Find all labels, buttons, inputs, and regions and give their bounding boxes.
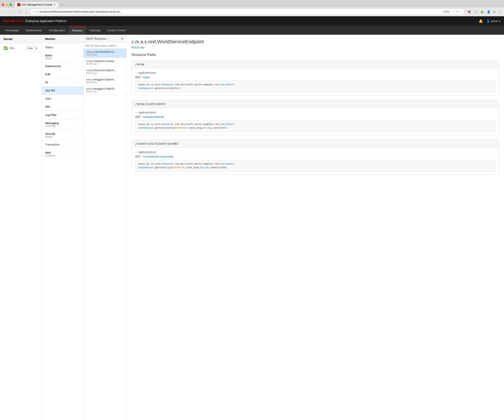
brand-rest: Enterprise Application Platform (25, 19, 66, 23)
user-menu[interactable]: 👤 admin ▾ (486, 19, 501, 23)
browser-tab[interactable]: H HAL Management Console ✕ (15, 2, 59, 7)
close-traffic-light[interactable] (2, 3, 4, 6)
arrow-label-continent: ← application/json (135, 111, 495, 114)
monitor-item-jpa-label: JPA (45, 105, 50, 108)
code-text-countrycode-2: iceEndpoint.getCountry(@PathParam java.l… (138, 166, 227, 169)
resource-path-area-header: /area (132, 60, 499, 68)
reader-mode-icon[interactable]: 📰 (473, 10, 479, 14)
rest-item-4[interactable]: o.m.o.swaggerui.StaticR... ROOT.war (84, 85, 126, 95)
chevron-right-icon: › (79, 106, 80, 108)
filter-bar (84, 43, 126, 49)
monitor-item-messaging-sub: ActiveMQ (45, 125, 59, 127)
monitor-sidebar: Monitor Status Batch JBeret › Datasource… (42, 35, 84, 420)
monitor-item-jpa[interactable]: JPA › (42, 103, 83, 111)
rest-item-war-4: ROOT.war (86, 90, 124, 93)
server-name: 05b... (9, 47, 24, 50)
monitor-item-messaging[interactable]: Messaging ActiveMQ › (42, 119, 83, 130)
resource-paths-heading: Resource Paths (132, 53, 499, 57)
resource-path-area: /area ← application/json GET //area java… (132, 60, 499, 96)
brand-jboss: JBoss (16, 19, 25, 23)
maximize-traffic-light[interactable] (9, 3, 12, 6)
nav-item-deployments[interactable]: Deployments (22, 26, 45, 35)
get-link-continent[interactable]: //area/{continent} (143, 115, 163, 119)
address-bar[interactable]: 🛡 ⊘ localhost:9990/console/index.html#ru… (30, 9, 465, 15)
rest-item-war-2: ROOT.war (86, 72, 124, 74)
get-link-area[interactable]: //area (143, 76, 150, 79)
back-button[interactable]: ← (3, 9, 8, 14)
monitor-header: Monitor (42, 35, 83, 43)
nav-item-access-control[interactable]: Access Control (104, 26, 129, 35)
favicon: H (17, 3, 20, 6)
nav-item-configuration[interactable]: Configuration (45, 26, 69, 35)
get-link-countrycode[interactable]: //countries/{countrycode} (143, 155, 173, 158)
bookmark-icon[interactable]: ☆ (460, 10, 462, 13)
monitor-item-transaction-label: Transaction (45, 143, 60, 146)
resource-path-countrycode-header: /countries/{countrycode} (132, 140, 499, 148)
notification-bell-icon[interactable]: 🔔 (479, 19, 483, 23)
monitor-item-web[interactable]: Web Undertow › (42, 149, 83, 159)
monitor-item-batch-label: Batch (45, 54, 52, 57)
library-icon[interactable]: 📚 (467, 10, 472, 14)
rest-item-name-0: c.m.a.s.rest.WorldServic... (86, 50, 124, 53)
rest-item-0[interactable]: c.m.a.s.rest.WorldServic... ROOT.war (84, 49, 126, 58)
monitor-item-transaction[interactable]: Transaction (42, 141, 83, 149)
detail-war-link[interactable]: ROOT.war (132, 46, 145, 49)
get-keyword-continent: GET (135, 115, 141, 119)
resource-path-countrycode: /countries/{countrycode} ← application/j… (132, 139, 499, 175)
monitor-item-status-label: Status (45, 46, 53, 49)
monitor-item-datasources-label: Datasources (45, 65, 61, 68)
chevron-right-icon: › (79, 123, 80, 126)
monitor-item-logfiles[interactable]: Log Files › (42, 111, 83, 119)
more-options-icon[interactable]: ··· (452, 10, 455, 13)
chevron-right-icon: › (79, 114, 80, 116)
chevron-right-icon: › (79, 73, 80, 76)
forward-button[interactable]: → (10, 9, 15, 14)
view-button[interactable]: View (26, 46, 35, 50)
monitor-item-jaxrs[interactable]: JAX-RS › (42, 87, 83, 95)
monitor-item-ejb[interactable]: EJB › (42, 70, 83, 78)
monitor-item-datasources[interactable]: Datasources › (42, 62, 83, 70)
new-tab-button[interactable]: + (59, 2, 65, 7)
rest-item-2[interactable]: i.s.v.j.i.resources.OpenA... ROOT.war (84, 67, 126, 76)
monitor-item-jndi[interactable]: JNDI (42, 95, 83, 103)
lock-icon: 🛡 (33, 11, 35, 13)
monitor-item-io-label: IO (45, 81, 48, 84)
tab-close-button[interactable]: ✕ (54, 3, 56, 6)
nav-item-homepage[interactable]: Homepage (2, 26, 22, 35)
monitor-item-batch[interactable]: Batch JBeret › (42, 51, 83, 62)
rest-item-name-1: i.s.v.j.i.resources.Accept... (86, 60, 124, 63)
reload-button[interactable]: ↻ (17, 9, 22, 14)
main-layout: Server ✅ 05b... View ▾ Monitor Status Ba… (0, 35, 504, 420)
resource-path-area-body: ← application/json GET //area javax.ws.r… (132, 68, 499, 95)
get-keyword: GET (135, 76, 141, 79)
extensions-icon[interactable]: 🧩 (479, 10, 485, 14)
nav-item-runtime[interactable]: Runtime (69, 26, 86, 35)
menu-button[interactable]: ≡ (498, 10, 501, 14)
nav-item-patching[interactable]: Patching (86, 26, 104, 35)
sync-icon[interactable]: ↻ (492, 10, 497, 14)
view-dropdown-button[interactable]: ▾ (35, 46, 38, 50)
refresh-button[interactable]: ↻ (121, 37, 124, 40)
monitor-item-security[interactable]: Security Elytron › (42, 130, 83, 141)
detail-panel: c.m.a.s.rest.WorldServiceEndpoint ROOT.w… (126, 35, 504, 420)
rest-item-name-3: o.m.o.swaggerui.OpenA... (86, 78, 124, 81)
monitor-item-security-label: Security (45, 132, 55, 135)
home-button[interactable]: ⌂ (24, 9, 28, 14)
toolbar-icons: 📚 📰 🧩 👤 ↻ ≡ (467, 10, 501, 14)
monitor-item-io[interactable]: IO › (42, 78, 83, 87)
account-icon[interactable]: 👤 (486, 10, 491, 14)
monitor-item-jaxrs-label: JAX-RS (45, 89, 55, 92)
rest-resources-panel: REST Resource ... ↻ c.m.a.s.rest.WorldSe… (84, 35, 126, 420)
resource-path-continent-label: /area/{continent} (135, 102, 166, 106)
minimize-traffic-light[interactable] (6, 3, 8, 6)
rest-item-1[interactable]: i.s.v.j.i.resources.Accept... ROOT.war (84, 58, 126, 67)
monitor-item-status[interactable]: Status (42, 43, 83, 51)
filter-input[interactable] (85, 44, 125, 47)
chevron-right-icon: › (79, 65, 80, 67)
server-status-icon: ✅ (3, 46, 8, 50)
rest-list: c.m.a.s.rest.WorldServic... ROOT.war i.s… (84, 49, 126, 420)
resource-path-continent-header: /area/{continent} (132, 100, 499, 108)
chevron-right-icon: › (79, 89, 80, 92)
rest-item-3[interactable]: o.m.o.swaggerui.OpenA... ROOT.war (84, 76, 126, 85)
rest-item-war-3: ROOT.war (86, 81, 124, 84)
